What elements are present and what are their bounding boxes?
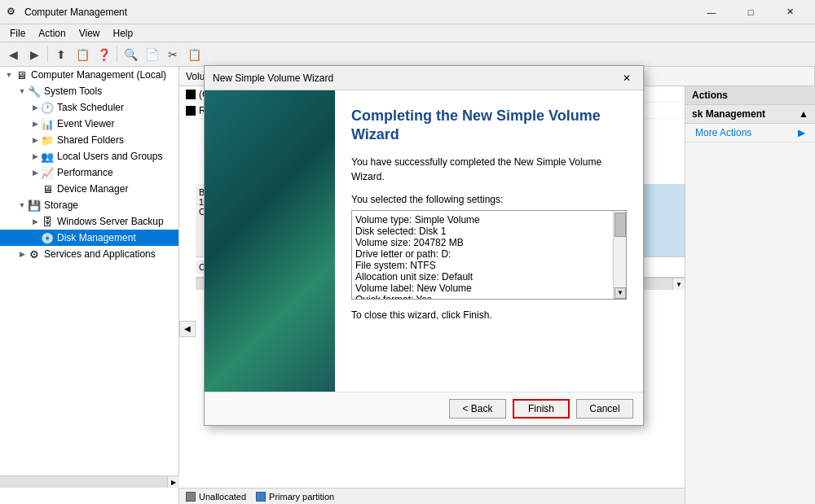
setting-7: Volume label: New Volume xyxy=(355,283,608,294)
storage-label: Storage xyxy=(44,199,78,211)
left-panel-hscroll[interactable]: ▶ xyxy=(0,476,179,488)
menu-help[interactable]: Help xyxy=(107,26,140,41)
new-button[interactable]: 📄 xyxy=(142,45,161,64)
tree-windows-backup[interactable]: ▶ 🗄 Windows Server Backup xyxy=(0,213,178,230)
tree-system-tools[interactable]: ▼ 🔧 System Tools xyxy=(0,83,178,99)
cut-button[interactable]: ✂ xyxy=(163,45,183,64)
tree-event-viewer[interactable]: ▶ 📊 Event Viewer xyxy=(0,116,178,132)
new-simple-volume-wizard: New Simple Volume Wizard ✕ Completing th… xyxy=(204,65,644,426)
windows-backup-label: Windows Server Backup xyxy=(57,216,164,227)
performance-expand-icon: ▶ xyxy=(29,167,41,178)
toolbar: ◀ ▶ ⬆ 📋 ❓ 🔍 📄 ✂ 📋 xyxy=(0,42,815,67)
storage-expand-icon: ▼ xyxy=(16,199,28,211)
close-button[interactable]: ✕ xyxy=(771,0,808,24)
event-viewer-label: Event Viewer xyxy=(57,118,114,129)
disk-hscroll-right[interactable]: ▼ xyxy=(672,278,685,290)
services-label: Services and Applications xyxy=(44,248,156,260)
modal-title-bar: New Simple Volume Wizard ✕ xyxy=(205,66,643,90)
back-button[interactable]: ◀ xyxy=(3,45,23,64)
forward-button[interactable]: ▶ xyxy=(24,45,44,64)
disk-management-icon: 💿 xyxy=(41,231,54,244)
action-more-arrow: ▶ xyxy=(798,127,805,138)
services-icon: ⚙ xyxy=(28,248,41,261)
tree-shared-folders[interactable]: ▶ 📁 Shared Folders xyxy=(0,132,178,148)
legend-primary-label: Primary partition xyxy=(269,492,334,502)
windows-backup-expand-icon: ▶ xyxy=(29,216,41,227)
modal-body: Completing the New Simple Volume Wizard … xyxy=(205,90,643,392)
legend-unallocated: Unallocated xyxy=(186,492,246,502)
app-title: Computer Management xyxy=(24,7,693,18)
setting-2: Disk selected: Disk 1 xyxy=(355,226,608,237)
modal-close-button[interactable]: ✕ xyxy=(619,70,635,86)
settings-scrollbar-thumb xyxy=(615,213,626,237)
menu-file[interactable]: File xyxy=(3,26,32,41)
services-expand-icon: ▶ xyxy=(16,248,28,260)
tree-local-users[interactable]: ▶ 👥 Local Users and Groups xyxy=(0,148,178,164)
settings-scrollbar[interactable]: ▼ xyxy=(613,211,626,299)
up-button[interactable]: ⬆ xyxy=(51,45,71,64)
actions-header: Actions xyxy=(685,86,815,105)
setting-5: File system: NTFS xyxy=(355,260,608,271)
minimize-button[interactable]: — xyxy=(693,0,730,24)
device-manager-icon: 🖥 xyxy=(41,182,54,195)
help-button[interactable]: ❓ xyxy=(94,45,113,64)
setting-1: Volume type: Simple Volume xyxy=(355,214,608,226)
legend-primary-box xyxy=(256,492,266,502)
actions-section-header[interactable]: sk Management ▲ xyxy=(685,105,815,124)
shared-folders-icon: 📁 xyxy=(41,134,54,147)
modal-sidebar-graphic xyxy=(205,90,335,392)
toolbar-separator-1 xyxy=(47,46,48,63)
left-panel: ▼ 🖥 Computer Management (Local) ▼ 🔧 Syst… xyxy=(0,67,179,504)
modal-description: You have successfully completed the New … xyxy=(351,155,627,184)
system-tools-label: System Tools xyxy=(44,85,102,97)
finish-button[interactable]: Finish xyxy=(513,399,570,419)
settings-content: Volume type: Simple Volume Disk selected… xyxy=(355,214,623,300)
root-label: Computer Management (Local) xyxy=(31,69,166,81)
tree-root[interactable]: ▼ 🖥 Computer Management (Local) xyxy=(0,67,178,83)
modal-content: Completing the New Simple Volume Wizard … xyxy=(335,90,643,392)
search-button[interactable]: 🔍 xyxy=(121,45,140,64)
cancel-button[interactable]: Cancel xyxy=(576,399,633,419)
action-more-actions[interactable]: More Actions ▶ xyxy=(685,124,815,142)
modal-finish-text: To close this wizard, click Finish. xyxy=(351,309,627,321)
system-tools-icon: 🔧 xyxy=(28,85,41,98)
tree-device-manager[interactable]: ▶ 🖥 Device Manager xyxy=(0,181,178,197)
actions-section-arrow: ▲ xyxy=(799,108,808,120)
properties-button[interactable]: 📋 xyxy=(73,45,92,64)
modal-footer: < Back Finish Cancel xyxy=(205,392,643,425)
menu-view[interactable]: View xyxy=(73,26,107,41)
storage-icon: 💾 xyxy=(28,199,41,212)
tree-disk-management[interactable]: ▶ 💿 Disk Management xyxy=(0,230,178,246)
title-bar: ⚙ Computer Management — □ ✕ xyxy=(0,0,815,24)
status-bar: Unallocated Primary partition xyxy=(179,488,685,504)
tree-performance[interactable]: ▶ 📈 Performance xyxy=(0,164,178,181)
tree-storage[interactable]: ▼ 💾 Storage xyxy=(0,197,178,213)
task-scheduler-icon: 🕐 xyxy=(41,101,54,114)
volume-icon-2 xyxy=(186,106,196,116)
local-users-icon: 👥 xyxy=(41,150,54,163)
device-manager-label: Device Manager xyxy=(57,183,128,195)
event-viewer-expand-icon: ▶ xyxy=(29,118,41,129)
setting-3: Volume size: 204782 MB xyxy=(355,237,608,248)
tree-task-scheduler[interactable]: ▶ 🕐 Task Scheduler xyxy=(0,99,178,116)
modal-settings-box[interactable]: Volume type: Simple Volume Disk selected… xyxy=(351,210,627,300)
performance-icon: 📈 xyxy=(41,166,54,179)
maximize-button[interactable]: □ xyxy=(732,0,769,24)
tree-services[interactable]: ▶ ⚙ Services and Applications xyxy=(0,246,178,262)
settings-scrollbar-down[interactable]: ▼ xyxy=(615,287,626,299)
event-viewer-icon: 📊 xyxy=(41,117,54,130)
copy-button[interactable]: 📋 xyxy=(184,45,204,64)
scroll-left-disk[interactable]: ◀ xyxy=(179,321,196,337)
window-controls: — □ ✕ xyxy=(693,0,808,24)
app-icon: ⚙ xyxy=(7,6,20,19)
legend-unallocated-label: Unallocated xyxy=(199,492,246,502)
menu-bar: File Action View Help xyxy=(0,24,815,42)
disk-management-expand-placeholder: ▶ xyxy=(29,232,41,243)
volume-icon-1 xyxy=(186,90,196,99)
system-tools-expand-icon: ▼ xyxy=(16,85,28,97)
disk-management-label: Disk Management xyxy=(57,232,136,243)
modal-settings-label: You selected the following settings: xyxy=(351,194,627,205)
scroll-right-btn[interactable]: ▶ xyxy=(167,476,179,488)
back-button[interactable]: < Back xyxy=(449,399,506,419)
menu-action[interactable]: Action xyxy=(32,26,72,41)
